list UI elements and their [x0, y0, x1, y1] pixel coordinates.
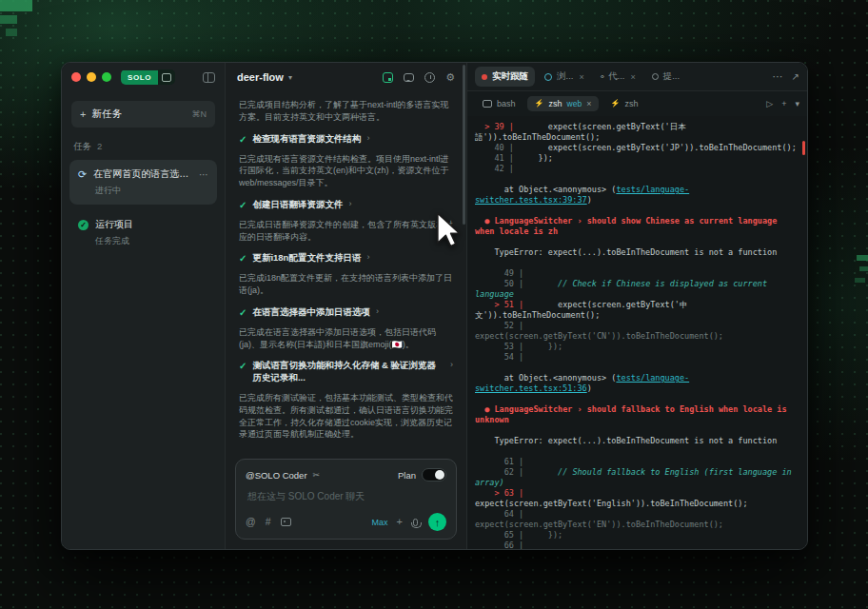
tab-commit[interactable]: 提...: [645, 67, 686, 87]
terminal-line: [475, 425, 799, 436]
chat-messages[interactable]: 已完成项目结构分析，了解了基于next-intl的多语言实现方案。目前支持英文和…: [226, 91, 466, 453]
chat-step[interactable]: ✓测试语言切换功能和持久化存储 & 验证浏览器历史记录和...›: [239, 360, 453, 384]
terminal-line: [475, 363, 799, 373]
send-button[interactable]: ↑: [428, 513, 446, 531]
settings-icon[interactable]: ⚙: [445, 72, 455, 83]
tab-live-follow[interactable]: 实时跟随: [475, 67, 535, 87]
terminal-tab-zsh[interactable]: ⚡ zsh: [602, 96, 645, 111]
tab-browser[interactable]: 浏... ×: [538, 67, 591, 87]
add-context-icon[interactable]: +: [397, 517, 403, 527]
mention-icon[interactable]: @: [246, 517, 256, 527]
solo-badge: SOLO: [121, 70, 158, 85]
terminal-line: 41 | });: [475, 153, 799, 164]
plus-icon: +: [80, 108, 86, 120]
solo-mode-switch[interactable]: SOLO: [121, 69, 175, 85]
zoom-window-button[interactable]: [102, 72, 111, 82]
agent-mention-label[interactable]: @SOLO Coder: [246, 470, 307, 481]
tab-code[interactable]: ‹› 代... ×: [594, 67, 642, 87]
task-more-icon[interactable]: ⋯: [199, 169, 208, 180]
chat-icon[interactable]: [404, 73, 414, 82]
step-title: 更新i18n配置文件支持日语: [252, 252, 361, 265]
terminal-tabbar: bash ⚡ zsh web × ⚡ zsh ▷ + ▾: [467, 91, 807, 116]
chevron-down-icon: ▾: [288, 73, 292, 82]
image-attach-icon[interactable]: [281, 518, 291, 526]
app-window: SOLO + 新任务 ⌘N 任务 2 ⟳ 在官网首页的语言选择下拉... ⋯: [61, 62, 808, 550]
preview-panel: 实时跟随 浏... × ‹› 代... × 提... ⋯: [467, 63, 807, 549]
tasks-header-label: 任务: [73, 141, 91, 153]
chevron-right-icon: ›: [376, 306, 379, 316]
check-icon: ✓: [239, 252, 247, 265]
terminal-line: > 39 | expect(screen.getByText('日本語')).t…: [475, 122, 799, 143]
terminal-output[interactable]: > 39 | expect(screen.getByText('日本語')).t…: [467, 116, 807, 549]
step-title: 测试语言切换功能和持久化存储 & 验证浏览器历史记录和...: [252, 360, 444, 384]
task-item-run-project[interactable]: ✓ 运行项目 任务完成: [69, 210, 217, 255]
task-title: 运行项目: [95, 218, 208, 231]
terminal-line: 66 |: [475, 540, 799, 549]
chat-step[interactable]: ✓更新i18n配置文件支持日语›: [239, 252, 453, 265]
terminal-tab-bash[interactable]: bash: [475, 96, 523, 111]
traffic-lights: [71, 72, 111, 82]
panel-tabbar: 实时跟随 浏... × ‹› 代... × 提... ⋯: [467, 63, 807, 91]
step-title: 在语言选择器中添加日语选项: [252, 306, 370, 319]
chevron-right-icon: ›: [348, 199, 351, 208]
terminal-line: 64 | expect(screen.getByText('EN')).toBe…: [475, 509, 799, 530]
new-task-button[interactable]: + 新任务 ⌘N: [71, 101, 215, 128]
chevron-right-icon: ›: [450, 360, 453, 369]
close-terminal-icon[interactable]: ×: [586, 99, 591, 108]
task-item-language-selector[interactable]: ⟳ 在官网首页的语言选择下拉... ⋯ 进行中: [69, 160, 217, 205]
new-terminal-icon[interactable]: +: [781, 99, 786, 108]
sidebar-toggle-icon[interactable]: [203, 72, 215, 83]
globe-icon: [544, 73, 552, 81]
minimize-window-button[interactable]: [87, 72, 96, 82]
terminal-line: 54 |: [475, 352, 799, 363]
terminal-line: 65 | });: [475, 530, 799, 540]
close-window-button[interactable]: [71, 72, 81, 82]
chat-step[interactable]: ✓检查现有语言资源文件结构›: [239, 133, 453, 146]
decor-pixel: [0, 0, 32, 11]
terminal-line: > 51 | expect(screen.getByText('中文')).to…: [475, 300, 799, 321]
terminal-line: [475, 258, 799, 268]
history-icon[interactable]: [424, 72, 435, 83]
microphone-icon[interactable]: [413, 519, 418, 526]
project-title[interactable]: deer-flow: [237, 71, 284, 83]
chat-step[interactable]: ✓创建日语翻译资源文件›: [239, 199, 453, 211]
terminal-dropdown-icon[interactable]: ▾: [795, 99, 799, 108]
chat-step[interactable]: ✓在语言选择器中添加日语选项›: [239, 306, 453, 319]
chat-message-text: 已完成在语言选择器中添加日语选项，包括日语代码(ja)、显示名称(日本語)和日本…: [239, 326, 453, 351]
terminal-line: TypeError: expect(...).toBeInTheDocument…: [475, 436, 799, 446]
close-tab-icon[interactable]: ×: [630, 72, 635, 82]
chevron-right-icon: ›: [366, 133, 369, 143]
terminal-line: [475, 394, 799, 404]
terminal-tab-zsh-web[interactable]: ⚡ zsh web ×: [527, 96, 600, 111]
terminal-line: ● LanguageSwitcher › should show Chinese…: [475, 216, 799, 237]
terminal-line: 53 | });: [475, 342, 799, 352]
terminal-line: at Object.<anonymous> (tests/language-sw…: [475, 373, 799, 394]
chat-message-text: 已完成项目结构分析，了解了基于next-intl的多语言实现方案。目前支持英文和…: [239, 99, 453, 124]
check-circle-icon: ✓: [78, 220, 89, 230]
agent-tools-icon[interactable]: ✂: [313, 470, 321, 480]
chat-message-text: 已完成日语翻译资源文件的创建，包含了所有英文版本对应的日语翻译内容。: [239, 219, 453, 244]
max-mode-label[interactable]: Max: [372, 518, 388, 527]
tasks-section-header: 任务 2: [73, 141, 213, 153]
terminal-tab-label: bash: [497, 99, 516, 108]
run-icon[interactable]: ▷: [766, 99, 773, 108]
more-options-icon[interactable]: ⋯: [773, 71, 783, 82]
sidebar-titlebar: SOLO: [62, 63, 225, 91]
terminal-line: ● LanguageSwitcher › should fallback to …: [475, 404, 799, 425]
live-preview-icon[interactable]: [383, 72, 393, 83]
terminal-line: 62 | // Should fallback to English (firs…: [475, 467, 799, 488]
task-title: 在官网首页的语言选择下拉...: [93, 167, 192, 181]
expand-panel-icon[interactable]: ↗: [792, 72, 799, 82]
close-tab-icon[interactable]: ×: [579, 72, 583, 82]
bolt-icon: ⚡: [535, 100, 544, 108]
tab-label: 实时跟随: [492, 70, 528, 83]
bolt-icon: ⚡: [610, 100, 620, 108]
terminal-line: 52 | expect(screen.getByText('CN')).toBe…: [475, 321, 799, 342]
new-task-label: 新任务: [91, 108, 122, 121]
chat-input[interactable]: 想在这与 SOLO Coder 聊天: [247, 490, 446, 503]
decor-pixel: [855, 278, 865, 283]
plan-toggle[interactable]: [422, 468, 446, 481]
chat-scrollbar[interactable]: [463, 65, 465, 225]
terminal-line: [475, 206, 799, 216]
hashtag-icon[interactable]: #: [266, 517, 271, 527]
